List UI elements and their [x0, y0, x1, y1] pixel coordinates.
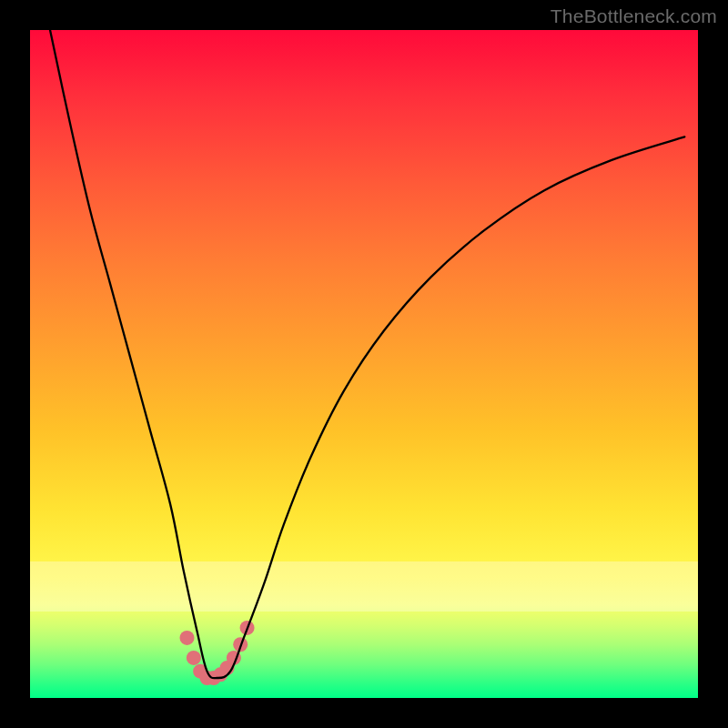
- curve-layer: [30, 30, 698, 698]
- watermark-text: TheBottleneck.com: [551, 5, 717, 27]
- curve-marker: [227, 651, 241, 665]
- curve-marker: [187, 651, 201, 665]
- plot-area: [30, 30, 698, 698]
- curve-marker: [193, 664, 207, 679]
- curve-marker: [200, 671, 215, 685]
- bottleneck-curve: [50, 30, 684, 678]
- chart-frame: TheBottleneck.com: [0, 0, 728, 728]
- curve-markers: [179, 621, 254, 685]
- curve-marker: [179, 631, 194, 645]
- curve-marker: [240, 621, 255, 635]
- curve-marker: [213, 667, 228, 682]
- curve-marker: [220, 661, 235, 675]
- curve-marker: [207, 671, 221, 685]
- pale-yellow-band: [30, 561, 698, 612]
- curve-marker: [233, 637, 248, 652]
